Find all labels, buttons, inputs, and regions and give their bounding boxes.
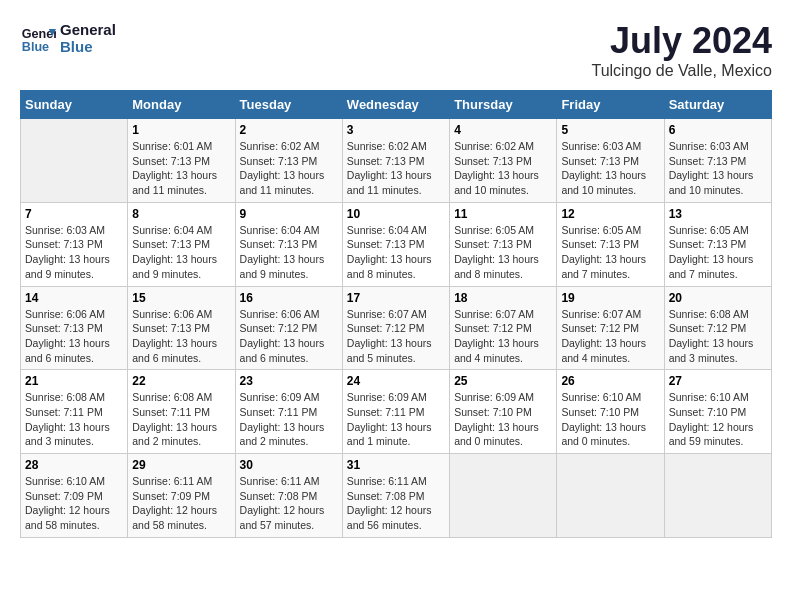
- day-cell: 12Sunrise: 6:05 AMSunset: 7:13 PMDayligh…: [557, 202, 664, 286]
- day-cell: 5Sunrise: 6:03 AMSunset: 7:13 PMDaylight…: [557, 119, 664, 203]
- week-row-3: 14Sunrise: 6:06 AMSunset: 7:13 PMDayligh…: [21, 286, 772, 370]
- day-number: 26: [561, 374, 659, 388]
- day-info: Sunrise: 6:01 AMSunset: 7:13 PMDaylight:…: [132, 139, 230, 198]
- day-cell: 15Sunrise: 6:06 AMSunset: 7:13 PMDayligh…: [128, 286, 235, 370]
- day-number: 18: [454, 291, 552, 305]
- day-info: Sunrise: 6:10 AMSunset: 7:09 PMDaylight:…: [25, 474, 123, 533]
- day-info: Sunrise: 6:02 AMSunset: 7:13 PMDaylight:…: [454, 139, 552, 198]
- day-number: 8: [132, 207, 230, 221]
- svg-text:Blue: Blue: [22, 40, 49, 54]
- logo-line2: Blue: [60, 38, 116, 55]
- day-number: 12: [561, 207, 659, 221]
- day-info: Sunrise: 6:05 AMSunset: 7:13 PMDaylight:…: [669, 223, 767, 282]
- week-row-4: 21Sunrise: 6:08 AMSunset: 7:11 PMDayligh…: [21, 370, 772, 454]
- day-cell: 22Sunrise: 6:08 AMSunset: 7:11 PMDayligh…: [128, 370, 235, 454]
- day-cell: 29Sunrise: 6:11 AMSunset: 7:09 PMDayligh…: [128, 454, 235, 538]
- day-info: Sunrise: 6:11 AMSunset: 7:08 PMDaylight:…: [347, 474, 445, 533]
- day-number: 22: [132, 374, 230, 388]
- day-info: Sunrise: 6:07 AMSunset: 7:12 PMDaylight:…: [347, 307, 445, 366]
- day-number: 17: [347, 291, 445, 305]
- day-number: 28: [25, 458, 123, 472]
- week-row-2: 7Sunrise: 6:03 AMSunset: 7:13 PMDaylight…: [21, 202, 772, 286]
- day-cell: 27Sunrise: 6:10 AMSunset: 7:10 PMDayligh…: [664, 370, 771, 454]
- day-cell: 4Sunrise: 6:02 AMSunset: 7:13 PMDaylight…: [450, 119, 557, 203]
- day-cell: 13Sunrise: 6:05 AMSunset: 7:13 PMDayligh…: [664, 202, 771, 286]
- day-cell: 9Sunrise: 6:04 AMSunset: 7:13 PMDaylight…: [235, 202, 342, 286]
- day-number: 5: [561, 123, 659, 137]
- day-number: 30: [240, 458, 338, 472]
- day-cell: 7Sunrise: 6:03 AMSunset: 7:13 PMDaylight…: [21, 202, 128, 286]
- day-cell: 6Sunrise: 6:03 AMSunset: 7:13 PMDaylight…: [664, 119, 771, 203]
- day-cell: 14Sunrise: 6:06 AMSunset: 7:13 PMDayligh…: [21, 286, 128, 370]
- day-cell: 25Sunrise: 6:09 AMSunset: 7:10 PMDayligh…: [450, 370, 557, 454]
- day-number: 10: [347, 207, 445, 221]
- column-header-wednesday: Wednesday: [342, 91, 449, 119]
- day-cell: [664, 454, 771, 538]
- column-header-friday: Friday: [557, 91, 664, 119]
- header-row: SundayMondayTuesdayWednesdayThursdayFrid…: [21, 91, 772, 119]
- day-number: 14: [25, 291, 123, 305]
- logo-line1: General: [60, 21, 116, 38]
- day-number: 24: [347, 374, 445, 388]
- day-number: 31: [347, 458, 445, 472]
- day-number: 15: [132, 291, 230, 305]
- day-cell: 24Sunrise: 6:09 AMSunset: 7:11 PMDayligh…: [342, 370, 449, 454]
- day-cell: 18Sunrise: 6:07 AMSunset: 7:12 PMDayligh…: [450, 286, 557, 370]
- day-info: Sunrise: 6:03 AMSunset: 7:13 PMDaylight:…: [669, 139, 767, 198]
- day-number: 11: [454, 207, 552, 221]
- day-cell: 26Sunrise: 6:10 AMSunset: 7:10 PMDayligh…: [557, 370, 664, 454]
- day-cell: [450, 454, 557, 538]
- day-info: Sunrise: 6:07 AMSunset: 7:12 PMDaylight:…: [454, 307, 552, 366]
- calendar-table: SundayMondayTuesdayWednesdayThursdayFrid…: [20, 90, 772, 538]
- day-info: Sunrise: 6:04 AMSunset: 7:13 PMDaylight:…: [347, 223, 445, 282]
- day-number: 23: [240, 374, 338, 388]
- day-number: 6: [669, 123, 767, 137]
- day-number: 3: [347, 123, 445, 137]
- column-header-sunday: Sunday: [21, 91, 128, 119]
- day-number: 4: [454, 123, 552, 137]
- day-cell: 10Sunrise: 6:04 AMSunset: 7:13 PMDayligh…: [342, 202, 449, 286]
- day-number: 21: [25, 374, 123, 388]
- day-info: Sunrise: 6:09 AMSunset: 7:11 PMDaylight:…: [347, 390, 445, 449]
- day-cell: 23Sunrise: 6:09 AMSunset: 7:11 PMDayligh…: [235, 370, 342, 454]
- day-cell: 17Sunrise: 6:07 AMSunset: 7:12 PMDayligh…: [342, 286, 449, 370]
- day-info: Sunrise: 6:10 AMSunset: 7:10 PMDaylight:…: [669, 390, 767, 449]
- column-header-saturday: Saturday: [664, 91, 771, 119]
- day-info: Sunrise: 6:04 AMSunset: 7:13 PMDaylight:…: [132, 223, 230, 282]
- day-info: Sunrise: 6:03 AMSunset: 7:13 PMDaylight:…: [25, 223, 123, 282]
- month-year: July 2024: [591, 20, 772, 62]
- day-info: Sunrise: 6:02 AMSunset: 7:13 PMDaylight:…: [240, 139, 338, 198]
- day-number: 9: [240, 207, 338, 221]
- day-number: 19: [561, 291, 659, 305]
- day-number: 27: [669, 374, 767, 388]
- day-info: Sunrise: 6:09 AMSunset: 7:11 PMDaylight:…: [240, 390, 338, 449]
- location: Tulcingo de Valle, Mexico: [591, 62, 772, 80]
- day-info: Sunrise: 6:04 AMSunset: 7:13 PMDaylight:…: [240, 223, 338, 282]
- day-cell: 8Sunrise: 6:04 AMSunset: 7:13 PMDaylight…: [128, 202, 235, 286]
- day-cell: [557, 454, 664, 538]
- week-row-1: 1Sunrise: 6:01 AMSunset: 7:13 PMDaylight…: [21, 119, 772, 203]
- logo: General Blue General Blue: [20, 20, 116, 56]
- day-cell: 21Sunrise: 6:08 AMSunset: 7:11 PMDayligh…: [21, 370, 128, 454]
- title-block: July 2024 Tulcingo de Valle, Mexico: [591, 20, 772, 80]
- day-info: Sunrise: 6:03 AMSunset: 7:13 PMDaylight:…: [561, 139, 659, 198]
- day-cell: 31Sunrise: 6:11 AMSunset: 7:08 PMDayligh…: [342, 454, 449, 538]
- day-info: Sunrise: 6:08 AMSunset: 7:12 PMDaylight:…: [669, 307, 767, 366]
- day-info: Sunrise: 6:11 AMSunset: 7:09 PMDaylight:…: [132, 474, 230, 533]
- day-number: 2: [240, 123, 338, 137]
- day-cell: 19Sunrise: 6:07 AMSunset: 7:12 PMDayligh…: [557, 286, 664, 370]
- day-info: Sunrise: 6:02 AMSunset: 7:13 PMDaylight:…: [347, 139, 445, 198]
- day-cell: 30Sunrise: 6:11 AMSunset: 7:08 PMDayligh…: [235, 454, 342, 538]
- logo-icon: General Blue: [20, 20, 56, 56]
- page-header: General Blue General Blue July 2024 Tulc…: [20, 20, 772, 80]
- day-info: Sunrise: 6:10 AMSunset: 7:10 PMDaylight:…: [561, 390, 659, 449]
- day-cell: 11Sunrise: 6:05 AMSunset: 7:13 PMDayligh…: [450, 202, 557, 286]
- day-number: 20: [669, 291, 767, 305]
- day-cell: 2Sunrise: 6:02 AMSunset: 7:13 PMDaylight…: [235, 119, 342, 203]
- day-info: Sunrise: 6:09 AMSunset: 7:10 PMDaylight:…: [454, 390, 552, 449]
- day-info: Sunrise: 6:06 AMSunset: 7:12 PMDaylight:…: [240, 307, 338, 366]
- day-info: Sunrise: 6:05 AMSunset: 7:13 PMDaylight:…: [561, 223, 659, 282]
- day-number: 13: [669, 207, 767, 221]
- day-number: 25: [454, 374, 552, 388]
- column-header-tuesday: Tuesday: [235, 91, 342, 119]
